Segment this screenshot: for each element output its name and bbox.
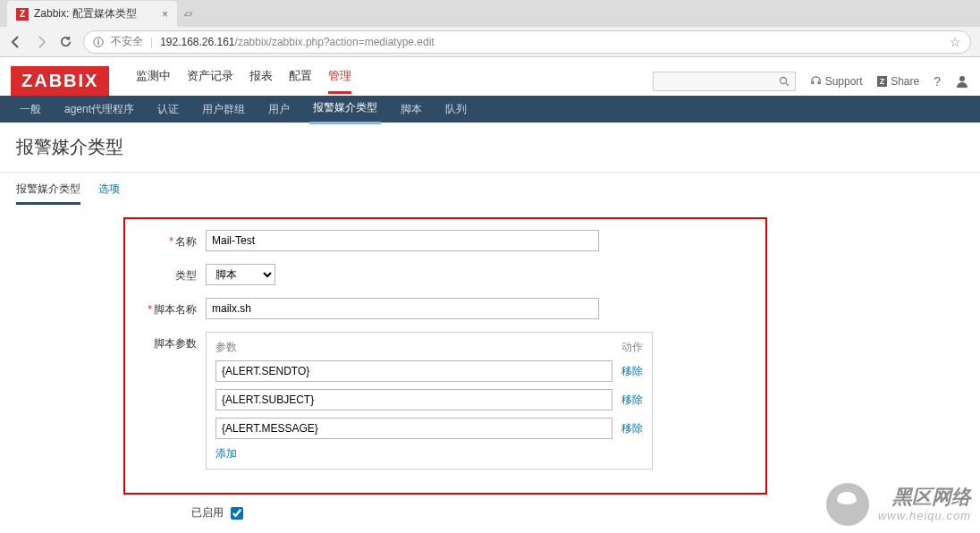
browser-chrome: Z Zabbix: 配置媒体类型 × ▱ 不安全 | 192.168.26.16… — [0, 0, 980, 57]
nav-inventory[interactable]: 资产记录 — [187, 68, 233, 94]
reload-button[interactable] — [59, 35, 72, 48]
label-script-params: 脚本参数 — [154, 337, 197, 350]
subnav-usergroups[interactable]: 用户群组 — [199, 96, 249, 123]
sub-nav: 一般 agent代理程序 认证 用户群组 用户 报警媒介类型 脚本 队列 — [0, 96, 980, 123]
subnav-mediatypes[interactable]: 报警媒介类型 — [309, 94, 381, 124]
svg-line-4 — [786, 83, 789, 86]
watermark-url: www.heiqu.com — [878, 509, 971, 523]
tab-options[interactable]: 选项 — [98, 182, 120, 205]
subnav-queue[interactable]: 队列 — [442, 96, 470, 123]
user-icon[interactable] — [955, 74, 969, 89]
nav-reports[interactable]: 报表 — [249, 68, 273, 94]
nav-config[interactable]: 配置 — [289, 68, 312, 94]
nav-admin[interactable]: 管理 — [328, 68, 351, 94]
tab-mediatype[interactable]: 报警媒介类型 — [16, 182, 80, 205]
help-icon[interactable]: ? — [934, 74, 941, 89]
close-icon[interactable]: × — [162, 8, 168, 21]
form-tabs: 报警媒介类型 选项 — [0, 173, 980, 205]
forward-button[interactable] — [34, 35, 48, 49]
param-row: 移除 — [215, 360, 643, 382]
support-link[interactable]: Support — [810, 75, 863, 88]
subnav-auth[interactable]: 认证 — [154, 96, 182, 123]
type-select[interactable]: 脚本 — [206, 264, 275, 285]
share-link[interactable]: ZShare — [877, 75, 920, 88]
svg-rect-2 — [97, 41, 98, 45]
enabled-checkbox[interactable] — [231, 507, 243, 520]
label-enabled: 已启用 — [191, 505, 224, 520]
watermark: 黑区网络 www.heiqu.com — [826, 483, 971, 526]
params-header-param: 参数 — [215, 340, 621, 355]
remove-param-2[interactable]: 移除 — [621, 421, 643, 436]
insecure-icon — [93, 37, 104, 47]
svg-point-1 — [97, 38, 99, 40]
params-header-action: 动作 — [621, 340, 643, 355]
svg-point-5 — [959, 76, 965, 81]
subnav-general[interactable]: 一般 — [16, 96, 45, 123]
address-bar: 不安全 | 192.168.26.161/zabbix/zabbix.php?a… — [0, 27, 980, 57]
param-row: 移除 — [215, 389, 643, 410]
zabbix-logo[interactable]: ZABBIX — [11, 66, 109, 96]
tab-bar: Z Zabbix: 配置媒体类型 × ▱ — [0, 0, 980, 27]
insecure-label: 不安全 — [111, 34, 143, 49]
tab-title: Zabbix: 配置媒体类型 — [34, 6, 137, 21]
label-name: 名称 — [175, 235, 197, 248]
subnav-users[interactable]: 用户 — [265, 96, 293, 123]
subnav-scripts[interactable]: 脚本 — [397, 96, 426, 123]
remove-param-0[interactable]: 移除 — [621, 364, 643, 379]
label-type: 类型 — [175, 269, 197, 282]
param-input-0[interactable] — [215, 360, 612, 382]
watermark-icon — [826, 483, 869, 526]
page-title: 报警媒介类型 — [0, 123, 980, 173]
watermark-title: 黑区网络 — [878, 486, 971, 509]
subnav-proxies[interactable]: agent代理程序 — [61, 96, 138, 123]
script-name-input[interactable] — [206, 298, 599, 319]
browser-tab[interactable]: Z Zabbix: 配置媒体类型 × — [7, 1, 177, 27]
search-input[interactable] — [653, 72, 796, 91]
script-params-box: 参数 动作 移除 移除 移除 添加 — [206, 332, 653, 470]
param-row: 移除 — [215, 418, 643, 439]
new-tab-button[interactable]: ▱ — [177, 4, 199, 23]
favicon: Z — [16, 8, 29, 21]
header-right: Support ZShare ? — [653, 72, 969, 91]
url-input[interactable]: 不安全 | 192.168.26.161/zabbix/zabbix.php?a… — [83, 30, 971, 54]
remove-param-1[interactable]: 移除 — [621, 393, 643, 408]
add-param-link[interactable]: 添加 — [215, 447, 237, 460]
url-text: 192.168.26.161/zabbix/zabbix.php?action=… — [160, 36, 435, 48]
app-header: ZABBIX 监测中 资产记录 报表 配置 管理 Support ZShare … — [0, 57, 980, 96]
top-nav: 监测中 资产记录 报表 配置 管理 — [136, 68, 351, 94]
highlight-box-main: *名称 类型 脚本 *脚本名称 脚本参数 参数 动作 移除 — [123, 217, 767, 495]
param-input-2[interactable] — [215, 418, 612, 439]
svg-point-3 — [780, 77, 786, 83]
param-input-1[interactable] — [215, 389, 612, 410]
name-input[interactable] — [206, 230, 599, 251]
back-button[interactable] — [9, 35, 23, 49]
label-script-name: 脚本名称 — [154, 303, 197, 316]
bookmark-icon[interactable]: ☆ — [950, 35, 961, 49]
nav-monitoring[interactable]: 监测中 — [136, 68, 171, 94]
